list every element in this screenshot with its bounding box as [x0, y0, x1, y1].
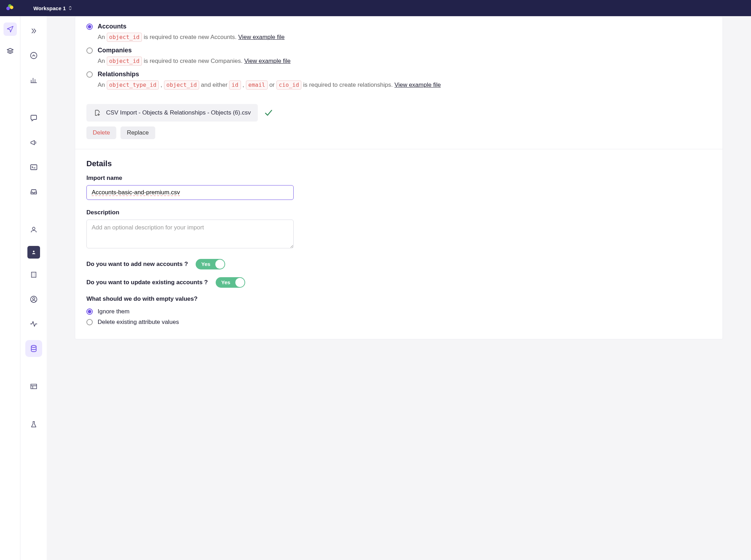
description-label: Description [86, 209, 711, 216]
radio-companies-label: Companies [98, 47, 132, 54]
main-content: Accounts An object_id is required to cre… [47, 16, 751, 339]
import-name-field-group: Import name [86, 175, 711, 200]
file-actions: Delete Replace [86, 126, 711, 139]
radio-icon [86, 319, 93, 325]
code-pill: object_type_id [107, 80, 159, 90]
empty-values-question: What should we do with empty values? [86, 295, 711, 302]
radio-accounts[interactable]: Accounts [86, 23, 711, 30]
radio-accounts-desc: An object_id is required to create new A… [98, 32, 711, 42]
nav-person-icon[interactable] [25, 221, 42, 238]
description-textarea[interactable] [86, 220, 294, 248]
code-pill: object_id [164, 80, 200, 90]
radio-relationships-label: Relationships [98, 71, 139, 78]
import-card: Accounts An object_id is required to cre… [75, 16, 723, 339]
code-pill: cio_id [276, 80, 302, 90]
uploaded-file-name: CSV Import - Objects & Relationships - O… [106, 109, 251, 116]
workspace-switcher[interactable]: Workspace 1 [33, 5, 72, 11]
svg-rect-5 [31, 272, 36, 278]
radio-icon [86, 71, 93, 78]
toggle-knob [235, 278, 244, 287]
nav-activity-icon[interactable] [25, 315, 42, 332]
toggle-yes-label: Yes [196, 261, 210, 267]
radio-companies[interactable]: Companies [86, 47, 711, 54]
svg-point-3 [32, 227, 35, 230]
import-type-radio-group: Accounts An object_id is required to cre… [86, 17, 711, 90]
chevron-updown-icon [68, 6, 72, 11]
radio-delete-label: Delete existing attribute values [98, 319, 179, 326]
toggle-add-question: Do you want to add new accounts ? [86, 261, 188, 268]
svg-point-1 [33, 54, 34, 55]
delete-button[interactable]: Delete [86, 126, 116, 139]
primary-nav-rail [0, 16, 20, 339]
view-example-link[interactable]: View example file [238, 32, 285, 42]
import-name-input[interactable] [86, 185, 294, 200]
secondary-nav-rail [20, 16, 47, 339]
nav-layers-icon[interactable] [4, 44, 17, 58]
workspace-name-label: Workspace 1 [33, 5, 66, 11]
toggle-row-update: Do you want to update existing accounts … [86, 277, 711, 288]
uploaded-file-box: CSV Import - Objects & Relationships - O… [86, 104, 258, 122]
view-example-link[interactable]: View example file [244, 56, 290, 66]
svg-rect-2 [31, 165, 37, 170]
radio-ignore[interactable]: Ignore them [86, 308, 711, 315]
empty-values-block: What should we do with empty values? Ign… [86, 295, 711, 326]
toggle-yes-label: Yes [216, 279, 230, 285]
topbar: Workspace 1 [0, 0, 751, 16]
uploaded-file-row: CSV Import - Objects & Relationships - O… [86, 104, 711, 122]
nav-expand-icon[interactable] [25, 22, 42, 39]
nav-contact-card-icon[interactable] [27, 246, 40, 259]
details-section-title: Details [86, 159, 711, 168]
code-pill: id [229, 80, 241, 90]
nav-send-icon[interactable] [4, 22, 17, 36]
svg-point-7 [33, 298, 35, 300]
toggle-add-accounts[interactable]: Yes [196, 259, 225, 269]
radio-delete-values[interactable]: Delete existing attribute values [86, 319, 711, 326]
radio-icon [86, 47, 93, 54]
file-download-icon [93, 109, 101, 117]
radio-companies-desc: An object_id is required to create new C… [98, 56, 711, 66]
toggle-update-question: Do you want to update existing accounts … [86, 279, 208, 286]
nav-analytics-icon[interactable] [25, 72, 42, 89]
nav-inbox-icon[interactable] [25, 183, 42, 200]
nav-building-icon[interactable] [25, 266, 42, 283]
app-logo-icon [6, 4, 14, 12]
nav-usergroup-icon[interactable] [25, 291, 42, 308]
check-icon [263, 108, 273, 118]
import-name-label: Import name [86, 175, 711, 182]
radio-icon [86, 24, 93, 30]
radio-relationships[interactable]: Relationships [86, 71, 711, 78]
toggle-update-accounts[interactable]: Yes [216, 277, 245, 288]
toggle-row-add: Do you want to add new accounts ? Yes [86, 259, 711, 269]
code-pill: object_id [107, 57, 142, 66]
code-pill: object_id [107, 33, 142, 42]
replace-button[interactable]: Replace [120, 126, 155, 139]
radio-relationships-desc: An object_type_id , object_id and either… [98, 80, 711, 90]
description-field-group: Description [86, 209, 711, 250]
nav-broadcast-icon[interactable] [25, 134, 42, 151]
toggle-knob [215, 260, 224, 269]
nav-chat-icon[interactable] [25, 110, 42, 126]
svg-point-4 [33, 251, 34, 253]
radio-accounts-label: Accounts [98, 23, 126, 30]
view-example-link[interactable]: View example file [394, 80, 441, 90]
radio-icon [86, 308, 93, 315]
code-pill: email [246, 80, 268, 90]
nav-terminal-icon[interactable] [25, 159, 42, 176]
divider [75, 149, 723, 149]
radio-ignore-label: Ignore them [98, 308, 130, 315]
nav-dashboard-icon[interactable] [25, 47, 42, 64]
